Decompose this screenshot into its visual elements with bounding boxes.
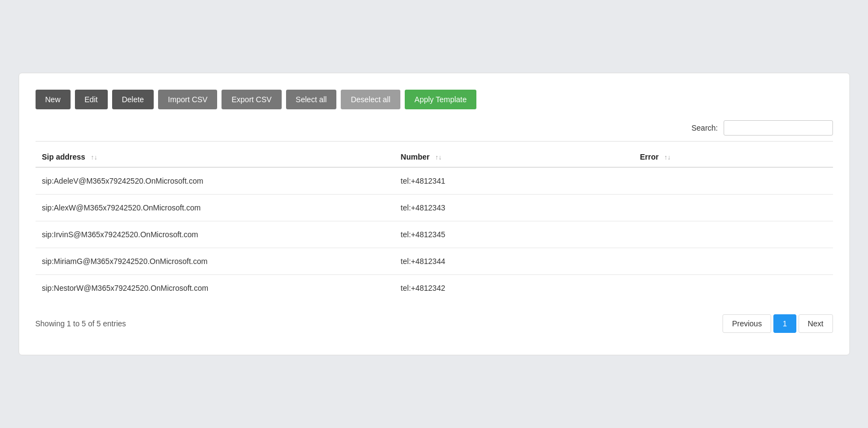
divider: [36, 141, 833, 142]
cell-number: tel:+4812344: [394, 248, 633, 275]
next-button[interactable]: Next: [799, 314, 833, 333]
main-card: New Edit Delete Import CSV Export CSV Se…: [19, 73, 850, 355]
cell-sip: sip:MiriamG@M365x79242520.OnMicrosoft.co…: [36, 248, 394, 275]
sort-icon-error: ↑↓: [664, 154, 671, 161]
import-csv-button[interactable]: Import CSV: [158, 90, 217, 109]
edit-button[interactable]: Edit: [75, 90, 108, 109]
data-table: Sip address ↑↓ Number ↑↓ Error ↑↓ sip:Ad…: [36, 147, 833, 301]
previous-button[interactable]: Previous: [723, 314, 771, 333]
sort-icon-sip: ↑↓: [91, 154, 97, 161]
table-row[interactable]: sip:MiriamG@M365x79242520.OnMicrosoft.co…: [36, 248, 833, 275]
footer-row: Showing 1 to 5 of 5 entries Previous 1 N…: [36, 314, 833, 333]
col-header-error[interactable]: Error ↑↓: [633, 147, 833, 167]
cell-sip: sip:NestorW@M365x79242520.OnMicrosoft.co…: [36, 275, 394, 302]
table-header-row: Sip address ↑↓ Number ↑↓ Error ↑↓: [36, 147, 833, 167]
showing-text: Showing 1 to 5 of 5 entries: [36, 319, 126, 328]
cell-number: tel:+4812345: [394, 221, 633, 248]
apply-template-button[interactable]: Apply Template: [405, 90, 476, 109]
pagination: Previous 1 Next: [723, 314, 832, 333]
table-row[interactable]: sip:AlexW@M365x79242520.OnMicrosoft.comt…: [36, 195, 833, 221]
select-all-button[interactable]: Select all: [286, 90, 337, 109]
col-header-sip[interactable]: Sip address ↑↓: [36, 147, 394, 167]
table-row[interactable]: sip:AdeleV@M365x79242520.OnMicrosoft.com…: [36, 167, 833, 195]
sort-icon-number: ↑↓: [435, 154, 441, 161]
cell-number: tel:+4812342: [394, 275, 633, 302]
cell-number: tel:+4812343: [394, 195, 633, 221]
table-row[interactable]: sip:IrvinS@M365x79242520.OnMicrosoft.com…: [36, 221, 833, 248]
search-label: Search:: [691, 124, 718, 132]
new-button[interactable]: New: [36, 90, 71, 109]
cell-sip: sip:AlexW@M365x79242520.OnMicrosoft.com: [36, 195, 394, 221]
export-csv-button[interactable]: Export CSV: [222, 90, 281, 109]
search-input[interactable]: [724, 120, 833, 136]
cell-number: tel:+4812341: [394, 167, 633, 195]
cell-error: [633, 275, 833, 302]
toolbar: New Edit Delete Import CSV Export CSV Se…: [36, 90, 833, 109]
cell-error: [633, 248, 833, 275]
cell-sip: sip:AdeleV@M365x79242520.OnMicrosoft.com: [36, 167, 394, 195]
deselect-all-button[interactable]: Deselect all: [341, 90, 400, 109]
cell-error: [633, 167, 833, 195]
table-row[interactable]: sip:NestorW@M365x79242520.OnMicrosoft.co…: [36, 275, 833, 302]
delete-button[interactable]: Delete: [112, 90, 154, 109]
col-header-number[interactable]: Number ↑↓: [394, 147, 633, 167]
search-area: Search:: [36, 120, 833, 136]
page-1-button[interactable]: 1: [773, 314, 796, 333]
cell-error: [633, 221, 833, 248]
cell-sip: sip:IrvinS@M365x79242520.OnMicrosoft.com: [36, 221, 394, 248]
cell-error: [633, 195, 833, 221]
